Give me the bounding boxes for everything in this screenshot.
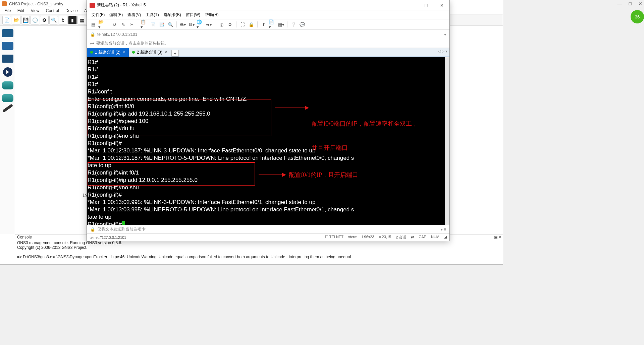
pc-icon[interactable] <box>2 55 13 63</box>
gns3-tb-btn7-icon[interactable]: b <box>59 16 67 24</box>
tb-new-icon[interactable]: ▤ <box>90 21 97 28</box>
menu-help[interactable]: 帮助(H) <box>204 11 220 18</box>
gns3-menu-control[interactable]: Control <box>43 8 62 14</box>
link-icon[interactable] <box>2 104 13 113</box>
bg-close-icon[interactable]: ✕ <box>638 1 642 6</box>
close-button[interactable]: ✕ <box>434 0 449 10</box>
tb-tile-icon[interactable]: ▦▾ <box>277 21 285 28</box>
gns3-tb-terminal-icon[interactable]: ▮ <box>68 16 77 24</box>
tb-reconnect-icon[interactable]: ↺ <box>111 21 118 28</box>
avatar[interactable]: 36 <box>631 10 644 23</box>
gns3-menu-device[interactable]: Device <box>63 8 80 14</box>
terminal-line: R1(config-if)#int f0/1 <box>88 169 139 176</box>
status-bar: telnet://127.0.0.1:2101 ☐ TELNET xterm I… <box>87 233 449 241</box>
tb-about-icon[interactable]: 💬 <box>299 21 306 28</box>
tab-label: 2 新建会话 (3) <box>137 50 162 55</box>
play-icon[interactable] <box>3 67 12 77</box>
menu-tabs[interactable]: 选项卡(B) <box>162 11 182 18</box>
tb-lock-icon[interactable]: 🔒 <box>248 21 255 28</box>
tb-up-icon[interactable]: ⬆ <box>260 21 267 28</box>
minimize-button[interactable]: — <box>403 0 419 10</box>
address-bar[interactable]: 🔒 telnet://127.0.0.1:2101 ▾ <box>87 30 449 39</box>
gns3-tb-btn5-icon[interactable]: ⚙ <box>40 16 49 24</box>
address-dropdown-icon[interactable]: ▾ <box>444 32 446 37</box>
status-net-icon: ⇄ <box>411 235 414 240</box>
terminal-line: R1(config-if)#ip add 192.168.10.1 255.25… <box>88 111 210 117</box>
status-sessions: 2 会话 <box>396 235 406 240</box>
bg-maximize-icon[interactable]: □ <box>629 1 632 6</box>
maximize-button[interactable]: ☐ <box>419 0 434 10</box>
gns3-app-icon <box>2 1 7 6</box>
new-tab-button[interactable]: + <box>171 50 179 57</box>
terminal-line: tate to up <box>88 162 111 168</box>
xshell-titlebar[interactable]: 新建会话 (2) - R1 - Xshell 5 — ☐ ✕ <box>87 0 449 10</box>
tb-open-icon[interactable]: 📂▾ <box>98 21 106 28</box>
xshell-toolbar: ▤ 📂▾ ↺ ✎ ✂ 📋▾ 📄 📑 🔍 🖶▾ 🖥▾ 🌐▾ ⬌▾ ◎ ⚙ ⛶ 🔒 … <box>87 19 449 30</box>
tb-gear-icon[interactable]: ⚙ <box>226 21 234 28</box>
send-menu-icon[interactable]: ▾ ≡ <box>441 227 446 232</box>
scrollbar-thumb[interactable] <box>445 57 449 74</box>
status-proto: ☐ TELNET <box>325 235 343 240</box>
switch-icon[interactable] <box>2 42 13 50</box>
router-icon[interactable] <box>2 29 13 37</box>
terminal-line: *Mar 1 00:12:30.187: %LINK-3-UPDOWN: Int… <box>88 147 315 154</box>
tb-color-icon[interactable]: 🌐▾ <box>197 21 204 28</box>
gns3-tb-open-icon[interactable]: 📂 <box>12 16 20 24</box>
tb-paste-icon[interactable]: 📄 <box>149 21 157 28</box>
gns3-menu-file[interactable]: File <box>2 8 13 14</box>
terminal-line: R1(config-if)#no shu <box>88 184 139 191</box>
cloud2-icon[interactable] <box>2 94 13 102</box>
terminal[interactable]: R1# R1# R1# R1# R1#conf t Enter configur… <box>87 57 449 225</box>
send-bar[interactable]: 🔒 仅将文本发送到当前选项卡 ▾ ≡ <box>87 225 449 233</box>
gns3-menu-edit[interactable]: Edit <box>15 8 27 14</box>
gns3-tb-save-icon[interactable]: 💾 <box>21 16 30 24</box>
tb-fullscreen-icon[interactable]: ⛶ <box>239 21 246 28</box>
tab-close-icon[interactable]: ✕ <box>164 50 167 55</box>
gns3-tb-new-icon[interactable]: 📄 <box>2 16 11 24</box>
status-resize-icon[interactable]: ◢ <box>444 235 447 240</box>
tb-find-icon[interactable]: 🔍 <box>167 21 174 28</box>
console-close-icon[interactable]: ▣ ✕ <box>494 235 501 239</box>
menu-file[interactable]: 文件(F) <box>90 11 106 18</box>
annotation-arrow-2 <box>259 175 285 175</box>
gns3-tb-btn9-icon[interactable]: ▦ <box>77 16 86 24</box>
bg-minimize-icon[interactable]: — <box>618 1 622 6</box>
gns3-menu-view[interactable]: View <box>28 8 42 14</box>
status-addr: telnet://127.0.0.1:2101 <box>90 235 319 239</box>
gns3-tb-btn4-icon[interactable]: 🕑 <box>31 16 39 24</box>
tab-close-icon[interactable]: ✕ <box>122 50 125 55</box>
terminal-line: R1(config-if)#du fu <box>88 125 135 132</box>
terminal-line: *Mar 1 00:13:02.995: %LINK-3-UPDOWN: Int… <box>88 199 315 205</box>
cloud-icon[interactable] <box>2 81 13 89</box>
menu-tools[interactable]: 工具(T) <box>144 11 160 18</box>
session-tabs: 1 新建会话 (2) ✕ 2 新建会话 (3) ✕ + ◁ ▷ ▾ <box>87 48 449 57</box>
tb-print-icon[interactable]: 🖶▾ <box>179 21 186 28</box>
status-num: NUM <box>431 235 439 240</box>
gns3-tb-btn6-icon[interactable]: 🔍 <box>49 16 58 24</box>
tb-help-icon[interactable]: ❔ <box>290 21 297 28</box>
lock-icon: 🔒 <box>90 32 95 37</box>
tb-prop-icon[interactable]: ✂ <box>128 21 136 28</box>
tab-session-2[interactable]: 2 新建会话 (3) ✕ <box>129 48 171 57</box>
address-text[interactable]: telnet://127.0.0.1:2101 <box>97 32 137 37</box>
terminal-line: R1#conf t <box>88 88 112 95</box>
tb-encoding-icon[interactable]: ⬌▾ <box>205 21 213 28</box>
hint-arrow-icon[interactable]: ⮫ <box>90 41 94 46</box>
tb-paste2-icon[interactable]: 📑 <box>158 21 165 28</box>
tb-new2-icon[interactable]: 📄▾ <box>269 21 276 28</box>
cursor <box>122 221 125 225</box>
xshell-menubar[interactable]: 文件(F) 编辑(E) 查看(V) 工具(T) 选项卡(B) 窗口(W) 帮助(… <box>87 10 449 19</box>
menu-window[interactable]: 窗口(W) <box>184 11 202 18</box>
menu-view[interactable]: 查看(V) <box>126 11 142 18</box>
tab-session-1[interactable]: 1 新建会话 (2) ✕ <box>87 48 129 57</box>
tb-globe-icon[interactable]: ◎ <box>218 21 225 28</box>
menu-edit[interactable]: 编辑(E) <box>108 11 124 18</box>
tab-nav[interactable]: ◁ ▷ ▾ <box>438 49 447 54</box>
tb-font-icon[interactable]: 🖥▾ <box>188 21 195 28</box>
background-window-controls: — □ ✕ <box>618 1 642 6</box>
tb-disconnect-icon[interactable]: ✎ <box>119 21 127 28</box>
terminal-line: R1(config-if)#no shu <box>88 133 139 139</box>
tb-copy-icon[interactable]: 📋▾ <box>141 21 148 28</box>
status-cap: CAP <box>419 235 426 240</box>
send-lock-icon: 🔒 <box>90 227 95 232</box>
